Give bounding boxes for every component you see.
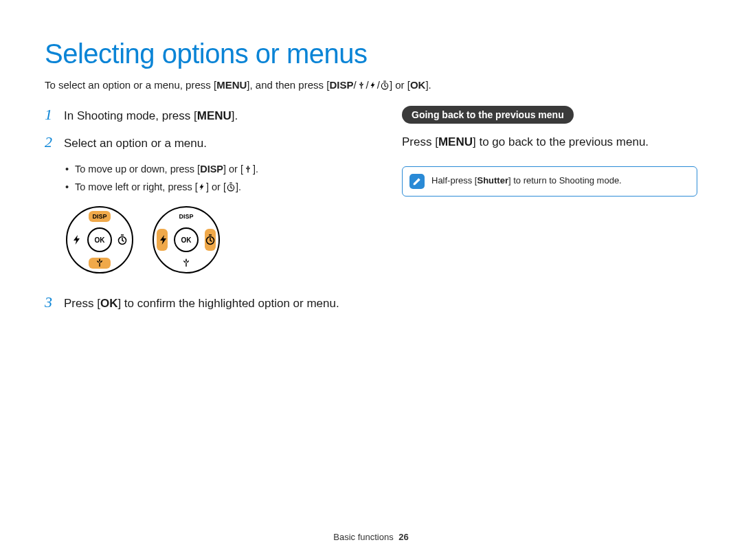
menu-label: MENU bbox=[197, 109, 232, 122]
intro-pre: To select an option or a menu, press [ bbox=[45, 79, 216, 91]
step-number: 3 bbox=[45, 293, 64, 313]
page-title: Selecting options or menus bbox=[45, 38, 697, 69]
dial-disp: DISP bbox=[179, 213, 193, 220]
b1-mid: ] or [ bbox=[223, 164, 243, 175]
menu-label: MENU bbox=[438, 135, 473, 148]
subsection-pill: Going back to the previous menu bbox=[402, 106, 574, 124]
intro-mid2: ] or [ bbox=[390, 79, 410, 91]
intro-mid1: ], and then press [ bbox=[247, 79, 329, 91]
macro-icon bbox=[243, 164, 253, 174]
b2-mid: ] or [ bbox=[206, 181, 226, 192]
intro-line: To select an option or a menu, press [ME… bbox=[45, 79, 697, 91]
dial-ok: OK bbox=[181, 236, 192, 244]
macro-icon bbox=[357, 80, 366, 90]
disp-label: DISP bbox=[329, 79, 353, 91]
timer-icon bbox=[380, 80, 390, 90]
r-pre: Press [ bbox=[402, 135, 438, 148]
dial-vertical: DISP OK bbox=[65, 205, 134, 274]
step-3: 3 Press [OK] to confirm the highlighted … bbox=[45, 293, 368, 313]
step-number: 2 bbox=[45, 133, 64, 153]
bullet-updown: • To move up or down, press [DISP] or []… bbox=[65, 160, 368, 178]
footer-section: Basic functions bbox=[333, 532, 393, 542]
b1-post: ]. bbox=[253, 164, 258, 175]
step3-pre: Press [ bbox=[64, 297, 100, 310]
ok-label: OK bbox=[410, 79, 426, 91]
flash-icon bbox=[369, 80, 377, 90]
note-pre: Half-press [ bbox=[431, 175, 477, 186]
dial-horizontal: DISP OK bbox=[152, 205, 221, 274]
timer-icon bbox=[226, 182, 236, 192]
page-footer: Basic functions 26 bbox=[0, 532, 742, 542]
note-post: ] to return to Shooting mode. bbox=[508, 175, 622, 186]
bullet-leftright: • To move left or right, press [] or []. bbox=[65, 178, 368, 196]
r-post: ] to go back to the previous menu. bbox=[473, 135, 649, 148]
b1-pre: To move up or down, press [ bbox=[75, 164, 200, 175]
disp-label: DISP bbox=[200, 164, 223, 175]
note-box: Half-press [Shutter] to return to Shooti… bbox=[402, 166, 697, 197]
step-1: 1 In Shooting mode, press [MENU]. bbox=[45, 106, 368, 125]
menu-label: MENU bbox=[216, 79, 247, 91]
note-icon bbox=[409, 174, 425, 189]
intro-post: ]. bbox=[425, 79, 431, 91]
shutter-label: Shutter bbox=[477, 175, 508, 186]
flash-icon bbox=[198, 182, 206, 192]
step-number: 1 bbox=[45, 106, 64, 125]
ok-label: OK bbox=[100, 297, 118, 310]
step3-post: ] to confirm the highlighted option or m… bbox=[117, 297, 339, 310]
b2-pre: To move left or right, press [ bbox=[75, 181, 198, 192]
step-2: 2 Select an option or a menu. bbox=[45, 133, 368, 153]
step1-post: ]. bbox=[232, 109, 238, 122]
goback-text: Press [MENU] to go back to the previous … bbox=[402, 133, 697, 151]
footer-page: 26 bbox=[398, 532, 408, 542]
dial-ok: OK bbox=[95, 236, 106, 244]
step2-text: Select an option or a menu. bbox=[64, 133, 207, 153]
step1-pre: In Shooting mode, press [ bbox=[64, 109, 197, 122]
b2-post: ]. bbox=[236, 181, 241, 192]
dial-disp: DISP bbox=[92, 213, 106, 220]
